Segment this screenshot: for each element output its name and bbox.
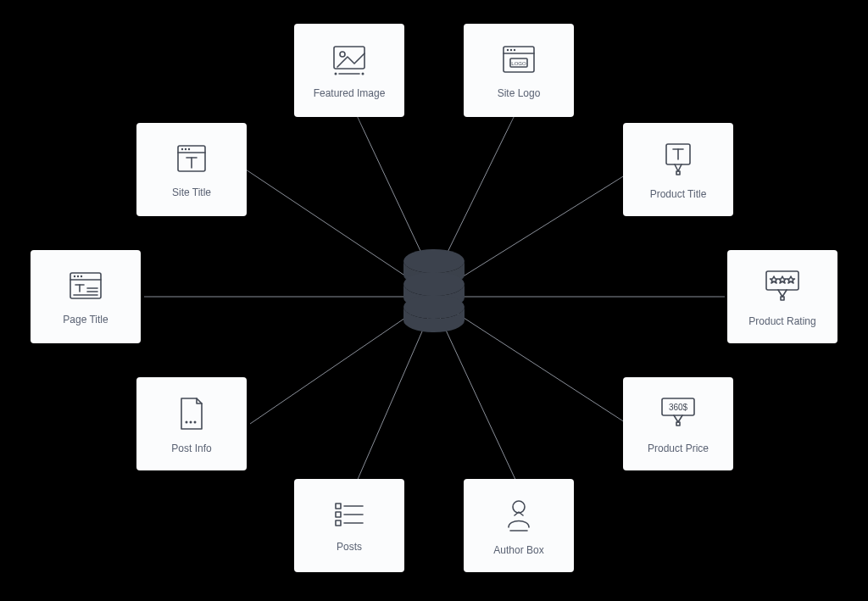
- page-title-icon: [67, 270, 104, 303]
- svg-rect-58: [336, 512, 341, 517]
- svg-point-51: [186, 420, 188, 423]
- svg-rect-35: [676, 171, 680, 175]
- svg-point-20: [507, 49, 509, 51]
- svg-marker-49: [787, 276, 795, 283]
- card-label: Post Info: [171, 442, 211, 454]
- site-title-icon: [173, 142, 210, 176]
- svg-point-53: [194, 420, 197, 423]
- site-logo-icon: LOGO: [500, 43, 537, 77]
- product-price-icon: 360$: [657, 395, 699, 432]
- card-label: Site Logo: [498, 87, 541, 99]
- price-text: 360$: [669, 403, 688, 412]
- svg-point-38: [74, 275, 75, 277]
- card-posts: Posts: [294, 479, 404, 572]
- svg-text:LOGO: LOGO: [511, 61, 526, 66]
- card-featured-image: Featured Image: [294, 24, 404, 117]
- posts-icon: [332, 500, 366, 531]
- svg-point-21: [510, 49, 512, 51]
- svg-marker-48: [779, 276, 787, 283]
- svg-point-12: [403, 295, 465, 319]
- featured-image-icon: [331, 43, 368, 77]
- card-label: Product Rating: [748, 315, 815, 327]
- product-title-icon: [659, 141, 697, 178]
- card-label: Posts: [337, 541, 362, 553]
- card-site-title: Site Title: [136, 123, 247, 216]
- database-icon: [400, 246, 468, 339]
- card-page-title: Page Title: [31, 250, 141, 343]
- svg-point-28: [185, 148, 186, 150]
- author-box-icon: [502, 497, 536, 534]
- card-product-price: 360$ Product Price: [623, 377, 733, 470]
- svg-point-62: [513, 501, 525, 513]
- card-label: Product Title: [650, 188, 707, 200]
- svg-rect-56: [336, 504, 341, 509]
- card-product-title: Product Title: [623, 123, 733, 216]
- svg-line-6: [250, 305, 424, 424]
- svg-point-17: [362, 72, 364, 75]
- svg-line-2: [246, 170, 424, 288]
- svg-point-27: [181, 148, 183, 150]
- diagram-canvas: Featured Image LOGO Site Logo Site Title: [0, 0, 868, 601]
- card-post-info: Post Info: [136, 377, 247, 470]
- post-info-icon: [176, 395, 207, 432]
- card-site-logo: LOGO Site Logo: [464, 24, 574, 117]
- card-label: Product Price: [648, 442, 709, 454]
- svg-rect-46: [766, 271, 798, 290]
- svg-point-16: [335, 72, 337, 75]
- svg-point-10: [403, 249, 465, 273]
- card-author-box: Author Box: [464, 479, 574, 572]
- svg-rect-60: [336, 520, 341, 526]
- svg-point-14: [340, 52, 345, 57]
- svg-rect-50: [781, 297, 784, 300]
- svg-point-29: [188, 148, 190, 150]
- product-rating-icon: [761, 268, 804, 305]
- card-label: Featured Image: [314, 87, 386, 99]
- card-product-rating: Product Rating: [727, 250, 837, 343]
- svg-line-7: [444, 305, 627, 424]
- svg-point-52: [190, 420, 192, 423]
- card-label: Site Title: [172, 186, 211, 198]
- svg-point-22: [514, 49, 515, 51]
- svg-marker-47: [771, 276, 778, 283]
- svg-point-40: [81, 275, 82, 277]
- svg-point-39: [77, 275, 79, 277]
- svg-point-11: [403, 272, 465, 296]
- card-label: Page Title: [63, 314, 108, 326]
- card-label: Author Box: [493, 544, 543, 556]
- svg-rect-55: [676, 422, 680, 426]
- svg-line-3: [444, 174, 627, 288]
